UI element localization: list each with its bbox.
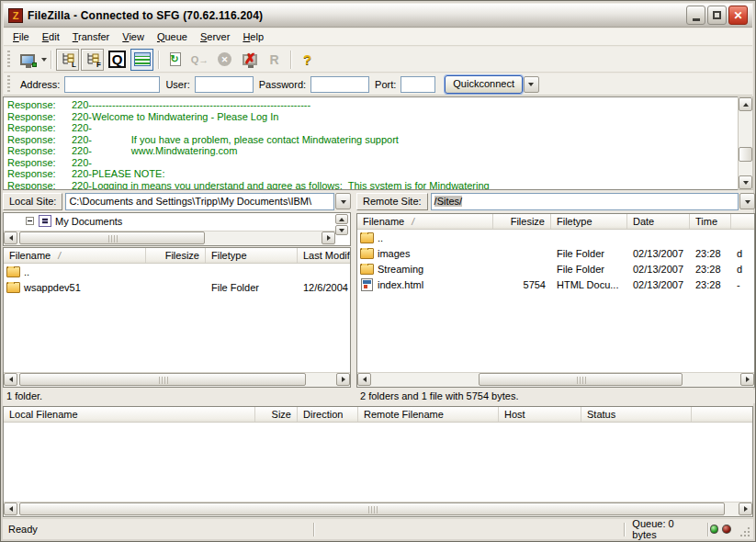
menu-edit[interactable]: Edit	[36, 29, 66, 45]
menu-file[interactable]: File	[6, 29, 36, 45]
spin-down-button[interactable]	[335, 225, 348, 235]
quickconnect-dropdown-icon[interactable]	[524, 76, 539, 93]
message-log[interactable]: Response:220----------------------------…	[3, 96, 741, 190]
transfer-queue[interactable]: Local Filename Size Direction Remote Fil…	[3, 406, 753, 517]
menu-help[interactable]: Help	[236, 29, 270, 45]
port-input[interactable]	[401, 76, 435, 93]
scroll-left-button[interactable]	[357, 373, 371, 386]
log-line: Response:220----------------------------…	[4, 99, 741, 111]
column-filetype[interactable]: Filetype	[206, 248, 298, 263]
local-row-parent[interactable]: ..	[4, 264, 350, 279]
scroll-right-button[interactable]	[739, 502, 752, 515]
scroll-left-button[interactable]	[4, 231, 17, 244]
local-path-dropdown-icon[interactable]	[335, 193, 351, 209]
window-resize-grip[interactable]	[739, 525, 751, 538]
tree-item-my-documents[interactable]: My Documents	[4, 213, 350, 229]
local-path-combo[interactable]: C:\Documents and Settings\Tripp\My Docum…	[65, 193, 334, 210]
statusbar: Ready Queue: 0 bytes	[3, 518, 753, 539]
menubar: File Edit Transfer View Queue Server Hel…	[4, 28, 752, 46]
scroll-right-button[interactable]	[336, 373, 350, 386]
local-file-list[interactable]: Filename/ Filesize Filetype Last Modifie…	[3, 247, 351, 388]
column-status[interactable]: Status	[581, 407, 692, 422]
column-local-filename[interactable]: Local Filename	[4, 407, 255, 422]
menu-transfer[interactable]: Transfer	[66, 29, 117, 45]
column-last-modified[interactable]: Last Modified	[298, 248, 351, 263]
scroll-up-button[interactable]	[739, 97, 752, 111]
column-host[interactable]: Host	[499, 407, 581, 422]
toolbar-grip[interactable]	[6, 51, 11, 69]
error-indicator-icon	[722, 525, 731, 534]
scroll-thumb[interactable]	[739, 147, 752, 162]
scroll-thumb[interactable]	[19, 373, 306, 386]
password-label: Password:	[259, 79, 306, 90]
column-filename[interactable]: Filename/	[357, 214, 493, 229]
toggle-queue-view-button[interactable]	[130, 49, 153, 71]
column-filename[interactable]: Filename/	[4, 248, 146, 263]
process-queue-button[interactable]: Q→	[188, 49, 211, 71]
remote-row-index-html[interactable]: index.html 5754 HTML Docu... 02/13/2007 …	[357, 277, 754, 292]
column-time[interactable]: Time	[690, 214, 731, 229]
queue-header: Local Filename Size Direction Remote Fil…	[4, 407, 752, 423]
queue-horizontal-scrollbar[interactable]	[4, 502, 752, 516]
scroll-thumb[interactable]	[19, 231, 205, 244]
help-button[interactable]: ?	[296, 49, 319, 71]
scroll-left-button[interactable]	[4, 502, 17, 515]
quickconnect-button[interactable]: Quickconnect	[445, 75, 523, 94]
scroll-left-button[interactable]	[4, 373, 17, 386]
disconnect-button[interactable]: ✗	[238, 49, 261, 71]
refresh-button[interactable]: ↻	[164, 49, 186, 71]
toggle-queue-button[interactable]: Q	[106, 49, 129, 71]
local-tree[interactable]: My Documents	[3, 212, 351, 246]
toggle-local-tree-button[interactable]: L	[56, 49, 79, 71]
scroll-right-button[interactable]	[322, 231, 335, 244]
menu-view[interactable]: View	[116, 29, 151, 45]
minimize-button[interactable]	[686, 6, 705, 25]
scroll-thumb[interactable]	[19, 502, 725, 515]
local-list-header: Filename/ Filesize Filetype Last Modifie…	[4, 248, 350, 264]
remote-list-horizontal-scrollbar[interactable]	[357, 372, 754, 387]
column-filetype[interactable]: Filetype	[551, 214, 627, 229]
remote-row-images[interactable]: images File Folder 02/13/2007 23:28 d	[357, 245, 754, 261]
tree-spinner[interactable]	[335, 214, 349, 245]
column-remote-filename[interactable]: Remote Filename	[358, 407, 499, 422]
local-list-horizontal-scrollbar[interactable]	[4, 372, 350, 387]
reconnect-button[interactable]: R	[263, 49, 286, 71]
column-direction[interactable]: Direction	[298, 407, 358, 422]
user-input[interactable]	[195, 76, 254, 93]
menu-queue[interactable]: Queue	[151, 29, 194, 45]
column-size[interactable]: Size	[255, 407, 298, 422]
local-row-wsappdev51[interactable]: wsappdev51 File Folder 12/6/2004	[4, 279, 350, 295]
local-status-text: 1 folder.	[3, 390, 351, 403]
window-title: FileZilla - Connected to SFG (70.62.116.…	[28, 9, 263, 22]
remote-row-parent[interactable]: ..	[357, 230, 754, 245]
column-filesize[interactable]: Filesize	[493, 214, 551, 229]
maximize-button[interactable]	[707, 6, 727, 25]
remote-path-dropdown-icon[interactable]	[739, 193, 755, 209]
column-date[interactable]: Date	[627, 214, 690, 229]
scroll-thumb[interactable]	[479, 373, 683, 386]
site-manager-icon	[20, 54, 35, 65]
scroll-down-button[interactable]	[739, 175, 752, 189]
close-button[interactable]: ✕	[728, 6, 748, 25]
toggle-remote-tree-button[interactable]: F	[81, 49, 104, 71]
site-manager-button[interactable]	[16, 49, 39, 71]
quickbar-grip[interactable]	[6, 75, 11, 94]
tree-horizontal-scrollbar[interactable]	[4, 231, 335, 245]
spin-up-button[interactable]	[335, 214, 348, 224]
remote-path-combo[interactable]: /Sites/	[431, 193, 739, 210]
address-input[interactable]	[64, 76, 160, 93]
column-permissions[interactable]	[731, 214, 755, 229]
scroll-right-button[interactable]	[740, 373, 754, 386]
password-input[interactable]	[310, 76, 369, 93]
filezilla-logo-icon: Z	[8, 8, 23, 23]
site-manager-dropdown-icon[interactable]	[41, 58, 47, 64]
column-filesize[interactable]: Filesize	[146, 248, 206, 263]
cancel-button[interactable]: ✕	[213, 49, 236, 71]
tree-collapse-icon[interactable]	[26, 217, 34, 225]
log-vertical-scrollbar[interactable]	[738, 96, 753, 190]
menu-server[interactable]: Server	[194, 29, 236, 45]
queue-grid-icon	[134, 52, 151, 66]
remote-file-list[interactable]: Filename/ Filesize Filetype Date Time ..…	[356, 213, 755, 388]
remote-row-streaming[interactable]: Streaming File Folder 02/13/2007 23:28 d	[357, 261, 754, 277]
titlebar[interactable]: Z FileZilla - Connected to SFG (70.62.11…	[4, 4, 752, 28]
